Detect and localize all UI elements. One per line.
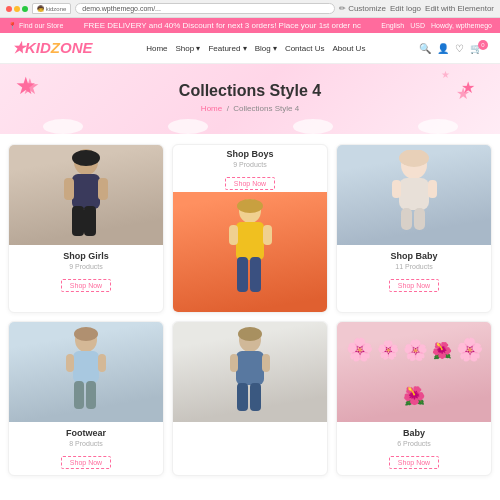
browser-tabs: 🧒 kidzone: [32, 3, 71, 14]
card-title-flowers: Baby: [345, 428, 483, 438]
card-body-girls: Shop Girls 9 Products Shop Now: [9, 245, 163, 298]
currency-selector[interactable]: USD: [410, 22, 425, 29]
collections-grid: Shop Girls 9 Products Shop Now Shop Boys…: [0, 134, 500, 486]
flower-3: 🌸: [403, 338, 428, 362]
star-decoration-left: ★: [15, 72, 37, 100]
svg-rect-2: [64, 178, 74, 200]
nav-shop[interactable]: Shop ▾: [176, 44, 201, 53]
svg-point-27: [74, 327, 98, 341]
card-title-boys: Shop Boys: [181, 149, 319, 159]
language-selector[interactable]: English: [381, 22, 404, 29]
collection-card-girls: Shop Girls 9 Products Shop Now: [8, 144, 164, 313]
card-top-boys: Shop Boys 9 Products Shop Now: [173, 145, 327, 192]
maximize-dot[interactable]: [22, 6, 28, 12]
svg-rect-19: [414, 208, 425, 230]
cloud-1: [43, 119, 83, 134]
nav-about[interactable]: About Us: [332, 44, 365, 53]
flower-4: 🌺: [432, 341, 452, 360]
collection-card-flowers: 🌸 🌸 🌸 🌺 🌸 🌺 Baby 6 Products Shop Now: [336, 321, 492, 476]
svg-rect-11: [237, 257, 248, 292]
shop-now-girls[interactable]: Shop Now: [61, 279, 111, 292]
logo[interactable]: ★KIDZONE: [12, 39, 93, 57]
card-title-baby: Shop Baby: [345, 251, 483, 261]
baby-figure: [387, 150, 442, 240]
collection-card-overalls: [172, 321, 328, 476]
svg-rect-31: [262, 354, 270, 372]
collection-image-footwear: [9, 322, 163, 422]
close-dot[interactable]: [6, 6, 12, 12]
shop-now-baby[interactable]: Shop Now: [389, 279, 439, 292]
nav-home[interactable]: Home: [146, 44, 167, 53]
nav-blog[interactable]: Blog ▾: [255, 44, 277, 53]
star-decoration-right: ★: [461, 78, 475, 97]
breadcrumb-home[interactable]: Home: [201, 104, 222, 113]
flower-5: 🌸: [456, 337, 483, 363]
svg-rect-4: [72, 206, 84, 236]
breadcrumb: Home / Collections Style 4: [12, 104, 488, 113]
svg-rect-9: [229, 225, 238, 245]
promo-bar: 📍 Find our Store FREE DELIVERY and 40% D…: [0, 18, 500, 33]
card-products-girls: 9 Products: [17, 263, 155, 270]
svg-rect-33: [250, 383, 261, 411]
flowers-decoration: 🌸 🌸 🌸 🌺 🌸 🌺: [343, 328, 485, 416]
card-products-baby: 11 Products: [345, 263, 483, 270]
customize-link[interactable]: ✏ Customize: [339, 4, 386, 13]
nav-contact[interactable]: Contact Us: [285, 44, 325, 53]
girl-figure: [56, 148, 116, 243]
card-body-baby: Shop Baby 11 Products Shop Now: [337, 245, 491, 298]
edit-logo-link[interactable]: Edit logo: [390, 4, 421, 13]
cloud-3: [293, 119, 333, 134]
card-body-footwear: Footwear 8 Products Shop Now: [9, 422, 163, 475]
svg-rect-18: [401, 208, 412, 230]
page-title: Collections Style 4: [12, 82, 488, 100]
svg-rect-8: [236, 222, 264, 260]
search-icon[interactable]: 🔍: [419, 43, 431, 54]
svg-rect-12: [250, 257, 261, 292]
account-icon[interactable]: 👤: [437, 43, 449, 54]
nav-links: Home Shop ▾ Featured ▾ Blog ▾ Contact Us…: [146, 44, 365, 53]
store-link[interactable]: 📍 Find our Store: [8, 22, 63, 30]
flower-6: 🌺: [403, 385, 425, 407]
tab-kidzone[interactable]: 🧒 kidzone: [32, 3, 71, 14]
url-bar[interactable]: demo.wpthemego.com/...: [75, 3, 335, 14]
shop-now-footwear[interactable]: Shop Now: [61, 456, 111, 469]
wishlist-icon[interactable]: ♡: [455, 43, 464, 54]
my-account-link[interactable]: Howdy, wpthemego: [431, 22, 492, 29]
card-body-overalls: [173, 422, 327, 438]
collection-card-boys: Shop Boys 9 Products Shop Now: [172, 144, 328, 313]
svg-rect-16: [392, 180, 401, 198]
svg-rect-23: [66, 354, 74, 372]
card-title-girls: Shop Girls: [17, 251, 155, 261]
svg-rect-15: [399, 178, 429, 210]
svg-rect-29: [236, 351, 264, 385]
card-body-flowers: Baby 6 Products Shop Now: [337, 422, 491, 475]
collection-card-footwear: Footwear 8 Products Shop Now: [8, 321, 164, 476]
svg-point-34: [238, 327, 262, 341]
breadcrumb-current: Collections Style 4: [233, 104, 299, 113]
collection-image-baby: [337, 145, 491, 245]
svg-rect-25: [74, 381, 84, 409]
nav-featured[interactable]: Featured ▾: [208, 44, 246, 53]
cart-count: 0: [478, 40, 488, 50]
svg-rect-5: [84, 206, 96, 236]
svg-rect-10: [263, 225, 272, 245]
card-title-footwear: Footwear: [17, 428, 155, 438]
cloud-2: [168, 119, 208, 134]
cart-icon-wrap[interactable]: 🛒0: [470, 43, 488, 54]
flower-1: 🌸: [346, 337, 373, 363]
svg-rect-1: [72, 174, 100, 209]
footwear-kid-figure: [61, 327, 111, 417]
cloud-4: [418, 119, 458, 134]
shop-now-boys[interactable]: Shop Now: [225, 177, 275, 190]
card-products-flowers: 6 Products: [345, 440, 483, 447]
top-bar-right: English USD Howdy, wpthemego: [381, 22, 492, 29]
svg-rect-22: [73, 351, 99, 383]
svg-point-13: [237, 199, 263, 213]
svg-point-6: [72, 150, 100, 166]
elementor-link[interactable]: Edit with Elementor: [425, 4, 494, 13]
collection-image-girls: [9, 145, 163, 245]
collection-image-boys: [173, 192, 327, 312]
minimize-dot[interactable]: [14, 6, 20, 12]
collection-image-flowers: 🌸 🌸 🌸 🌺 🌸 🌺: [337, 322, 491, 422]
shop-now-flowers[interactable]: Shop Now: [389, 456, 439, 469]
